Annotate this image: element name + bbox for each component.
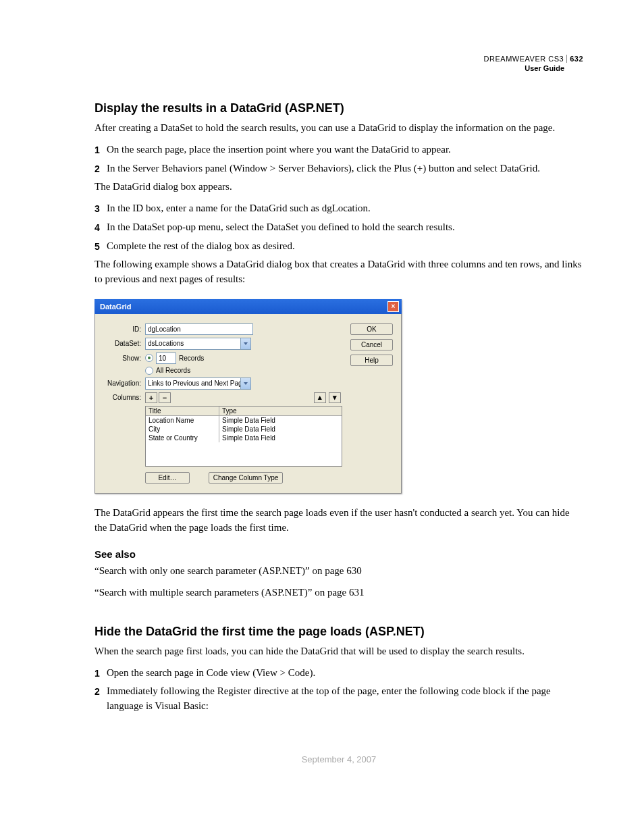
label-show: Show:	[103, 355, 145, 362]
all-records-label: All Records	[156, 367, 190, 374]
footer-date: September 4, 2007	[95, 754, 583, 764]
label-dataset: DataSet:	[103, 340, 145, 347]
table-row[interactable]: City Simple Data Field	[146, 425, 342, 434]
step-1: 1 On the search page, place the insertio…	[95, 142, 583, 157]
records-label: Records	[179, 355, 204, 362]
step-3: 3 In the ID box, enter a name for the Da…	[95, 201, 583, 216]
nav-dropdown[interactable]: Links to Previous and Next Pages	[145, 377, 251, 390]
radio-records[interactable]	[145, 354, 153, 362]
col-head-type: Type	[219, 407, 342, 415]
after-step-2: The DataGrid dialog box appears.	[95, 180, 583, 194]
example-intro: The following example shows a DataGrid d…	[95, 257, 583, 287]
product-name: DREAMWEAVER CS3	[484, 55, 564, 63]
datagrid-dialog: DataGrid × ID: dgLocation DataSet: dsLoc…	[95, 299, 402, 494]
after-dialog-text: The DataGrid appears the first time the …	[95, 506, 583, 536]
id-input[interactable]: dgLocation	[145, 323, 253, 335]
s2-step-1: 1 Open the search page in Code view (Vie…	[95, 666, 583, 681]
edit-button[interactable]: Edit…	[145, 472, 190, 484]
label-nav: Navigation:	[103, 380, 145, 387]
move-down-button[interactable]: ▾	[329, 392, 341, 403]
page-header: DREAMWEAVER CS3632 User Guide	[484, 54, 583, 74]
section1-intro: After creating a DataSet to hold the sea…	[95, 121, 583, 136]
see-also-title: See also	[95, 548, 583, 560]
dialog-titlebar: DataGrid ×	[95, 299, 402, 314]
step-2: 2 In the Server Behaviors panel (Window …	[95, 161, 583, 176]
table-row[interactable]: State or Country Simple Data Field	[146, 434, 342, 442]
section1-title: Display the results in a DataGrid (ASP.N…	[95, 101, 583, 115]
chevron-down-icon	[240, 378, 250, 389]
radio-all-records[interactable]	[145, 367, 153, 375]
chevron-down-icon	[240, 338, 250, 349]
ok-button[interactable]: OK	[350, 323, 393, 335]
step-5: 5 Complete the rest of the dialog box as…	[95, 239, 583, 254]
records-input[interactable]: 10	[156, 353, 176, 364]
section2-title: Hide the DataGrid the first time the pag…	[95, 625, 583, 639]
change-type-button[interactable]: Change Column Type	[209, 472, 283, 484]
close-icon[interactable]: ×	[387, 301, 399, 312]
page-number: 632	[566, 55, 583, 63]
header-subtitle: User Guide	[484, 63, 583, 73]
col-head-title: Title	[146, 407, 219, 415]
label-id: ID:	[103, 325, 145, 333]
step-4: 4 In the DataSet pop-up menu, select the…	[95, 220, 583, 235]
remove-column-button[interactable]: −	[159, 392, 171, 403]
help-button[interactable]: Help	[350, 355, 393, 366]
move-up-button[interactable]: ▴	[314, 392, 326, 403]
table-row[interactable]: Location Name Simple Data Field	[146, 416, 342, 425]
label-columns: Columns:	[103, 394, 145, 401]
dataset-dropdown[interactable]: dsLocations	[145, 338, 251, 350]
see-also-link-1[interactable]: “Search with only one search parameter (…	[95, 564, 583, 579]
cancel-button[interactable]: Cancel	[350, 339, 393, 350]
add-column-button[interactable]: +	[145, 392, 157, 403]
section2-intro: When the search page first loads, you ca…	[95, 644, 583, 659]
s2-step-2: 2 Immediately following the Register dir…	[95, 684, 583, 714]
columns-table[interactable]: Title Type Location Name Simple Data Fie…	[145, 406, 342, 467]
dialog-title: DataGrid	[100, 303, 131, 311]
see-also-link-2[interactable]: “Search with multiple search parameters …	[95, 585, 583, 600]
